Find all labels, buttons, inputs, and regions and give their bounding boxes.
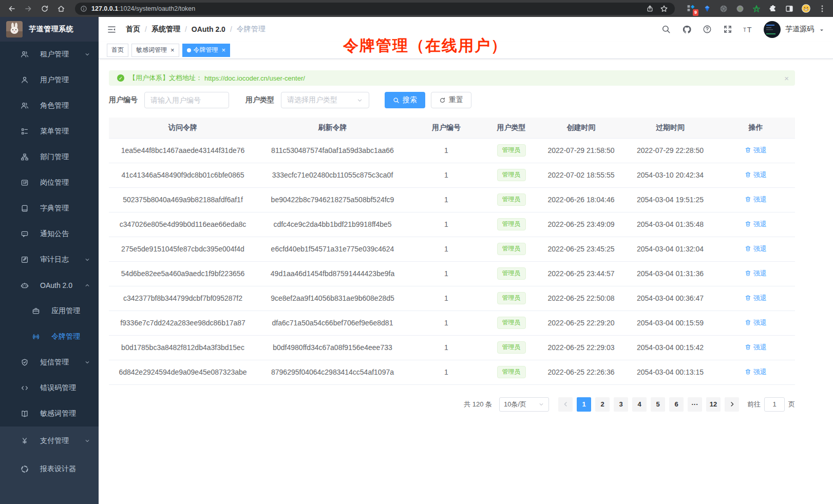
user-type-badge: 管理员 bbox=[497, 317, 526, 329]
force-logout-button[interactable]: 强退 bbox=[745, 343, 767, 352]
token-icon bbox=[32, 333, 40, 341]
sidebar-item-通知公告[interactable]: 通知公告 bbox=[0, 221, 99, 247]
user-type-select[interactable]: 请选择用户类型 bbox=[281, 92, 369, 108]
prev-page-button[interactable] bbox=[558, 397, 573, 412]
extension-puzzle-icon[interactable] bbox=[767, 3, 779, 14]
sidebar-item-报表设计器[interactable]: 报表设计器 bbox=[0, 455, 99, 483]
chevron-down-icon bbox=[356, 97, 363, 104]
user-id-input[interactable] bbox=[150, 96, 223, 104]
page-button-2[interactable]: 2 bbox=[595, 397, 610, 412]
breadcrumb-item[interactable]: OAuth 2.0 bbox=[192, 25, 225, 33]
breadcrumb-item[interactable]: 系统管理 bbox=[152, 25, 180, 34]
sidebar-item-敏感词管理[interactable]: 敏感词管理 bbox=[0, 401, 99, 427]
force-logout-button[interactable]: 强退 bbox=[745, 195, 767, 204]
sidebar-item-角色管理[interactable]: 角色管理 bbox=[0, 93, 99, 119]
breadcrumb-separator: / bbox=[145, 25, 147, 33]
page-button-3[interactable]: 3 bbox=[614, 397, 628, 412]
sidebar-item-岗位管理[interactable]: 岗位管理 bbox=[0, 170, 99, 196]
action-cell: 强退 bbox=[716, 187, 795, 212]
site-info-icon[interactable] bbox=[80, 5, 87, 12]
create-time-cell: 2022-06-25 22:29:20 bbox=[538, 311, 624, 335]
goto-page-input[interactable] bbox=[764, 397, 785, 412]
sidebar-item-应用管理[interactable]: 应用管理 bbox=[0, 298, 99, 324]
help-icon[interactable] bbox=[702, 24, 712, 34]
page-button-12[interactable]: 12 bbox=[706, 397, 721, 412]
search-icon[interactable] bbox=[661, 24, 671, 34]
sidebar-item-令牌管理[interactable]: 令牌管理 bbox=[0, 324, 99, 350]
fullscreen-icon[interactable] bbox=[723, 24, 733, 34]
sidebar-collapse-icon[interactable] bbox=[107, 25, 117, 34]
force-logout-button[interactable]: 强退 bbox=[745, 220, 767, 229]
sidebar-item-部门管理[interactable]: 部门管理 bbox=[0, 144, 99, 170]
browser-back-icon[interactable] bbox=[5, 2, 18, 15]
page-button-6[interactable]: 6 bbox=[669, 397, 684, 412]
doc-link[interactable]: https://doc.iocoder.cn/user-center/ bbox=[204, 74, 305, 82]
access-token-cell: 6d842e2924594de9a09e45e087323abe bbox=[109, 360, 257, 384]
browser-reload-icon[interactable] bbox=[38, 2, 51, 15]
expire-time-cell: 2054-03-04 01:35:48 bbox=[624, 212, 716, 237]
sidebar-item-字典管理[interactable]: 字典管理 bbox=[0, 196, 99, 221]
extension-record-icon[interactable] bbox=[734, 3, 746, 14]
force-logout-button[interactable]: 强退 bbox=[745, 170, 767, 180]
share-icon[interactable] bbox=[644, 3, 655, 14]
github-icon[interactable] bbox=[681, 24, 692, 34]
action-cell: 强退 bbox=[716, 311, 795, 335]
sidebar-item-短信管理[interactable]: 短信管理 bbox=[0, 350, 99, 375]
sidebar-item-租户管理[interactable]: 租户管理 bbox=[0, 42, 99, 67]
browser-menu-icon[interactable] bbox=[817, 3, 828, 14]
reset-button[interactable]: 重置 bbox=[431, 92, 471, 108]
browser-home-icon[interactable] bbox=[54, 2, 68, 15]
sidebar-item-label: 审计日志 bbox=[40, 255, 69, 264]
table-row: 54d6be82ee5a460a9aedc1f9bf22365649d1aa46… bbox=[109, 261, 795, 286]
next-page-button[interactable] bbox=[725, 397, 739, 412]
search-button[interactable]: 搜索 bbox=[385, 92, 425, 108]
user-id-cell: 1 bbox=[408, 237, 484, 261]
breadcrumb-item[interactable]: 首页 bbox=[126, 25, 140, 34]
page-unit-label: 页 bbox=[788, 400, 795, 409]
extension-avatar-emoji-icon[interactable] bbox=[800, 3, 811, 14]
user-id-cell: 1 bbox=[408, 360, 484, 384]
page-size-select[interactable]: 10条/页 bbox=[499, 397, 549, 412]
sidebar-item-审计日志[interactable]: 审计日志 bbox=[0, 247, 99, 273]
sidebar-item-label: 支付管理 bbox=[40, 436, 69, 445]
sidebar-item-label: 敏感词管理 bbox=[40, 409, 76, 418]
dict-icon bbox=[21, 204, 29, 212]
page-ellipsis[interactable]: ··· bbox=[688, 397, 702, 412]
tab-close-icon[interactable]: × bbox=[171, 47, 175, 53]
bookmark-star-icon[interactable] bbox=[658, 3, 670, 14]
trash-icon bbox=[745, 344, 751, 351]
force-logout-button[interactable]: 强退 bbox=[745, 294, 767, 303]
extension-gem-icon[interactable] bbox=[702, 3, 713, 14]
page-button-4[interactable]: 4 bbox=[632, 397, 647, 412]
sidebar-item-菜单管理[interactable]: 菜单管理 bbox=[0, 119, 99, 144]
force-logout-button[interactable]: 强退 bbox=[745, 146, 767, 155]
tab-敏感词管理[interactable]: 敏感词管理× bbox=[131, 44, 179, 57]
alert-close-icon[interactable]: × bbox=[784, 74, 789, 83]
force-logout-button[interactable]: 强退 bbox=[745, 367, 767, 377]
app-logo[interactable]: 芋道管理系统 bbox=[0, 17, 99, 42]
force-logout-button[interactable]: 强退 bbox=[745, 269, 767, 278]
tab-令牌管理[interactable]: 令牌管理× bbox=[182, 44, 231, 57]
extension-star-icon[interactable] bbox=[751, 3, 762, 14]
extension-apps-icon[interactable]: 9 bbox=[685, 3, 696, 14]
browser-forward-icon[interactable] bbox=[22, 2, 35, 15]
force-logout-button[interactable]: 强退 bbox=[745, 244, 767, 254]
tab-首页[interactable]: 首页 bbox=[107, 44, 128, 57]
force-logout-button[interactable]: 强退 bbox=[745, 318, 767, 327]
chevron-down-icon bbox=[84, 438, 90, 444]
create-time-cell: 2022-06-26 18:04:46 bbox=[538, 187, 624, 212]
sidebar-item-OAuth 2.0[interactable]: OAuth 2.0 bbox=[0, 273, 99, 298]
sidebar-item-错误码管理[interactable]: 错误码管理 bbox=[0, 375, 99, 401]
extension-wheel-icon[interactable] bbox=[718, 3, 729, 14]
user-menu[interactable]: 芋道源码 bbox=[764, 21, 825, 38]
sidebar-item-支付管理[interactable]: 支付管理 bbox=[0, 427, 99, 455]
extension-splitview-icon[interactable] bbox=[784, 3, 795, 14]
page-button-1[interactable]: 1 bbox=[577, 397, 591, 412]
access-token-cell: 502375b8040a469a9b82188afdf6af1f bbox=[109, 187, 257, 212]
font-size-icon[interactable]: TT bbox=[743, 24, 753, 34]
page-button-5[interactable]: 5 bbox=[651, 397, 665, 412]
tab-close-icon[interactable]: × bbox=[222, 47, 226, 53]
sidebar-item-用户管理[interactable]: 用户管理 bbox=[0, 67, 99, 93]
url-bar[interactable]: 127.0.0.1:1024/system/oauth2/token bbox=[75, 3, 675, 15]
refresh-token-cell: 9ce8ef2aa9f14056b831ae9b608e28d5 bbox=[257, 286, 408, 311]
